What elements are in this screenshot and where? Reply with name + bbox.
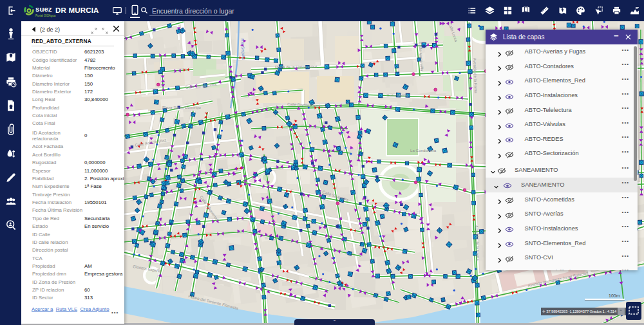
svg-text:Calle Melilla: Calle Melilla — [386, 93, 408, 97]
svg-text:Plaza Santo Domingo: Plaza Santo Domingo — [162, 105, 201, 109]
svg-text:La Condomina: La Condomina — [410, 148, 437, 153]
svg-text:Plaza de la Universidad: Plaza de la Universidad — [275, 64, 317, 69]
